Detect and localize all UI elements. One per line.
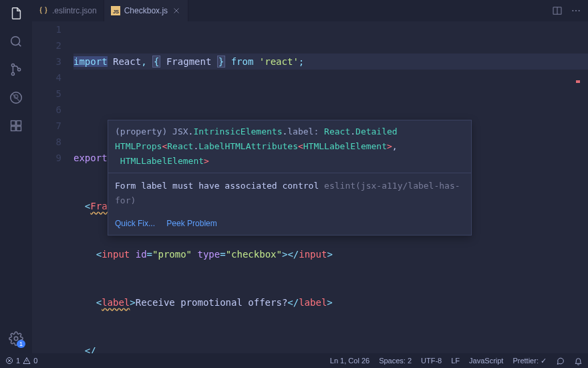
svg-point-0 [11, 37, 20, 45]
braces-icon [39, 6, 48, 15]
tab-label: .eslintrc.json [52, 6, 97, 15]
hover-actions: Quick Fix... Peek Problem [108, 213, 471, 235]
hover-widget: (property) JSX.IntrinsicElements.label: … [108, 120, 472, 236]
status-feedback-icon[interactable] [556, 357, 565, 365]
extensions-icon[interactable] [8, 118, 24, 134]
search-icon[interactable] [8, 33, 24, 50]
code-line-5: <input id="promo" type="checkbox"></inpu… [74, 246, 588, 262]
hover-signature: (property) JSX.IntrinsicElements.label: … [108, 120, 471, 173]
explorer-icon[interactable] [8, 5, 24, 21]
svg-point-15 [575, 10, 577, 11]
svg-rect-7 [11, 126, 16, 131]
more-icon[interactable] [571, 5, 581, 16]
status-indent[interactable]: Spaces: 2 [379, 357, 412, 365]
vertical-scrollbar[interactable] [580, 21, 588, 353]
source-control-icon[interactable] [8, 62, 24, 78]
status-cursor[interactable]: Ln 1, Col 26 [330, 357, 370, 365]
code-line-1: import React, { Fragment } from 'react'; [74, 54, 588, 70]
svg-point-2 [11, 72, 14, 75]
error-icon [5, 357, 13, 365]
editor-tabs: .eslintrc.json JS Checkbox.js [32, 0, 588, 21]
status-prettier[interactable]: Prettier: ✓ [512, 357, 547, 365]
split-editor-icon[interactable] [552, 5, 563, 16]
close-icon[interactable] [172, 6, 181, 15]
status-eol[interactable]: LF [451, 357, 460, 365]
svg-rect-6 [11, 121, 16, 126]
tab-eslintrc[interactable]: .eslintrc.json [32, 0, 104, 21]
warning-icon [23, 357, 31, 365]
svg-rect-8 [17, 126, 21, 131]
activity-bar: 1 [0, 0, 32, 353]
svg-text:JS: JS [113, 9, 119, 15]
svg-rect-9 [17, 121, 21, 126]
status-language[interactable]: JavaScript [469, 357, 503, 365]
tab-label: Checkbox.js [124, 6, 168, 15]
tab-checkbox[interactable]: JS Checkbox.js [104, 0, 188, 21]
quick-fix-link[interactable]: Quick Fix... [115, 219, 155, 228]
svg-point-14 [572, 10, 573, 11]
settings-badge: 1 [17, 340, 25, 348]
svg-point-3 [18, 68, 21, 71]
js-icon: JS [111, 6, 120, 15]
code-line-6: <label>Receive promotional offers?</labe… [74, 294, 588, 310]
status-bar: 1 0 Ln 1, Col 26 Spaces: 2 UTF-8 LF Java… [0, 353, 588, 368]
settings-gear-icon[interactable]: 1 [8, 331, 24, 347]
hover-message: Form label must have associated control … [108, 173, 471, 213]
debug-disabled-icon[interactable] [8, 90, 24, 106]
svg-point-10 [14, 337, 18, 341]
status-encoding[interactable]: UTF-8 [421, 357, 442, 365]
svg-point-16 [579, 10, 580, 11]
line-gutter: 123 456 789 [32, 21, 74, 353]
status-bell-icon[interactable] [574, 357, 583, 365]
peek-problem-link[interactable]: Peek Problem [166, 219, 216, 228]
svg-point-1 [11, 64, 14, 67]
status-problems[interactable]: 1 0 [5, 357, 37, 365]
